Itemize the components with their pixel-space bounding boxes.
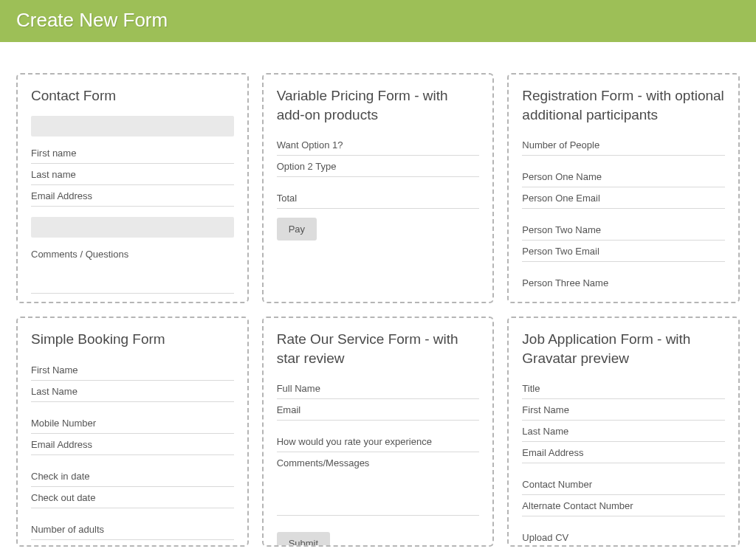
gap — [522, 516, 725, 527]
field-last-name: Last Name — [31, 381, 234, 402]
gap — [31, 508, 234, 519]
card-title: Registration Form - with optional additi… — [522, 86, 725, 124]
gap — [522, 262, 725, 272]
field-mobile: Mobile Number — [31, 412, 234, 434]
field-p2-name: Person Two Name — [522, 219, 725, 241]
card-title: Variable Pricing Form - with add-on prod… — [277, 86, 480, 124]
gap — [277, 421, 480, 431]
field-first-name: First Name — [31, 359, 234, 381]
field-num-people: Number of People — [522, 134, 725, 156]
field-title: Title — [522, 378, 725, 399]
field-upload-cv: Upload CV — [522, 527, 725, 547]
field-checkout: Check out date — [31, 487, 234, 508]
gap — [522, 209, 725, 219]
template-card-registration[interactable]: Registration Form - with optional additi… — [507, 73, 740, 303]
field-email: Email Address — [31, 185, 234, 207]
field-comments: Comments/Messages — [277, 452, 480, 473]
gap — [277, 177, 480, 187]
field-last-name: Last Name — [522, 421, 725, 442]
field-adults: Number of adults — [31, 519, 234, 540]
card-title: Contact Form — [31, 86, 234, 106]
field-checkin: Check in date — [31, 466, 234, 487]
gap — [31, 207, 234, 217]
template-card-rate-service[interactable]: Rate Our Service Form - with star review… — [262, 317, 495, 547]
field-email: Email — [277, 399, 480, 421]
gap — [522, 463, 725, 474]
submit-button[interactable]: Submit — [277, 532, 330, 547]
card-title: Simple Booking Form — [31, 330, 234, 349]
field-p2-email: Person Two Email — [522, 241, 725, 262]
page-title: Create New Form — [16, 9, 740, 32]
template-card-contact[interactable]: Contact Form First name Last name Email … — [16, 73, 249, 303]
field-children: Number of children — [31, 540, 234, 547]
field-full-name: Full Name — [277, 378, 480, 399]
textarea-placeholder — [31, 264, 234, 294]
page-header: Create New Form — [0, 0, 756, 42]
field-first-name: First name — [31, 142, 234, 164]
field-first-name: First Name — [522, 399, 725, 421]
field-comments: Comments / Questions — [31, 243, 234, 264]
template-grid: Contact Form First name Last name Email … — [0, 42, 756, 547]
template-card-variable-pricing[interactable]: Variable Pricing Form - with add-on prod… — [262, 73, 495, 303]
field-option1: Want Option 1? — [277, 134, 480, 156]
field-total: Total — [277, 187, 480, 209]
gap — [522, 156, 725, 166]
card-title: Rate Our Service Form - with star review — [277, 330, 480, 367]
field-last-name: Last name — [31, 164, 234, 185]
field-p1-email: Person One Email — [522, 187, 725, 209]
pay-button[interactable]: Pay — [277, 218, 317, 241]
field-alt-contact: Alternate Contact Number — [522, 495, 725, 516]
gap — [31, 455, 234, 466]
gap — [31, 402, 234, 412]
field-rating: How would you rate your experience — [277, 431, 480, 452]
placeholder-block — [31, 217, 234, 238]
field-email: Email Address — [31, 434, 234, 455]
field-option2: Option 2 Type — [277, 156, 480, 177]
field-contact: Contact Number — [522, 474, 725, 495]
field-p1-name: Person One Name — [522, 166, 725, 187]
field-email: Email Address — [522, 442, 725, 463]
field-p3-name: Person Three Name — [522, 272, 725, 293]
placeholder-block — [31, 116, 234, 136]
template-card-job-application[interactable]: Job Application Form - with Gravatar pre… — [507, 317, 740, 547]
textarea-placeholder — [277, 473, 480, 516]
template-card-booking[interactable]: Simple Booking Form First Name Last Name… — [16, 317, 249, 547]
card-title: Job Application Form - with Gravatar pre… — [522, 330, 725, 367]
